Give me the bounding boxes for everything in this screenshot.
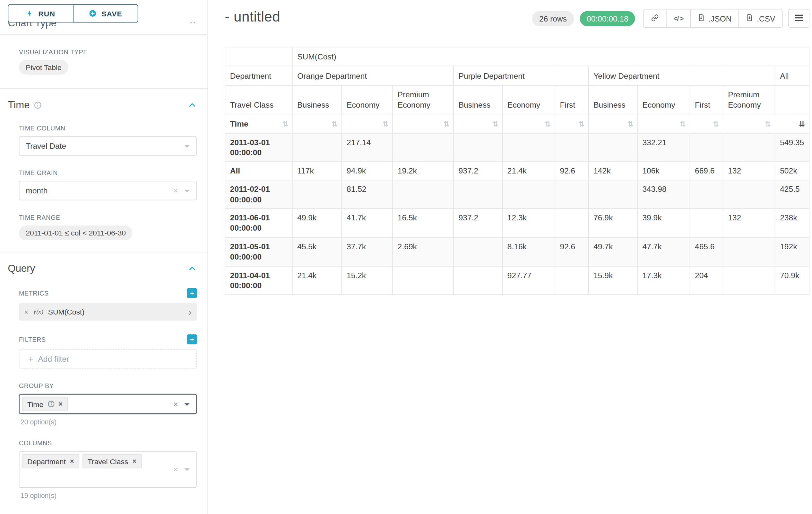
superset-explore: RUN SAVE Chart Type VISUALIZATION TYP — [0, 0, 812, 514]
chip-info-icon — [48, 401, 54, 407]
sort-icon[interactable]: ⇅ — [331, 119, 338, 128]
pivot-sort-cell: ⇅ — [292, 115, 342, 133]
fx-icon: ƒ(x) — [33, 308, 43, 316]
query-section: Query METRICS + × ƒ(x) SUM(Cost) › FILTE… — [0, 263, 207, 499]
caret-down-icon[interactable] — [184, 468, 190, 471]
caret-down-icon — [184, 190, 190, 192]
chip-remove-icon[interactable]: × — [70, 457, 74, 465]
sort-icon[interactable]: ⇅ — [578, 119, 584, 128]
run-button-label: RUN — [38, 9, 55, 18]
chevron-right-icon[interactable]: › — [188, 307, 192, 317]
sort-icon[interactable]: ⇅ — [443, 119, 450, 128]
add-metric-button[interactable]: + — [187, 288, 197, 298]
time-column-value: Travel Date — [26, 141, 66, 150]
query-section-header[interactable]: Query — [8, 263, 196, 274]
viz-type-chip[interactable]: Pivot Table — [19, 60, 68, 75]
add-filter-plus-button[interactable]: + — [187, 334, 197, 344]
metrics-label: METRICS — [19, 290, 49, 297]
columns-select[interactable]: Department×Travel Class× × — [19, 451, 197, 488]
select-value-chip[interactable]: Department× — [22, 454, 79, 468]
pivot-value-cell — [723, 133, 775, 162]
chart-panel: - untitled 26 rows 00:00:00.18 </ > — [208, 0, 812, 514]
pivot-col-header: First — [690, 85, 723, 115]
collapse-chevron-icon[interactable] — [188, 264, 196, 273]
pivot-value-cell — [292, 180, 342, 209]
chip-remove-icon[interactable]: × — [59, 400, 63, 408]
copy-link-button[interactable] — [643, 9, 667, 28]
time-column-select[interactable]: Travel Date — [19, 136, 197, 156]
pivot-value-cell: 92.6 — [555, 237, 589, 266]
clear-icon[interactable]: × — [173, 186, 178, 195]
save-button[interactable]: SAVE — [73, 4, 138, 23]
pivot-value-cell: 94.9k — [342, 162, 393, 180]
remove-metric-icon[interactable]: × — [24, 307, 28, 316]
sort-icon[interactable]: ⇅ — [765, 119, 771, 128]
group-by-select[interactable]: Time× × — [19, 394, 197, 414]
pivot-value-cell: 204 — [690, 266, 723, 295]
sort-icon[interactable]: ⇅ — [383, 119, 389, 128]
pivot-row-header: 2011-05-01 00:00:00 — [225, 237, 292, 266]
pivot-group-header: Yellow Department — [589, 66, 775, 85]
select-value-chip[interactable]: Travel Class× — [83, 454, 142, 468]
time-range-chip[interactable]: 2011-01-01 ≤ col < 2011-06-30 — [19, 225, 133, 240]
pivot-value-cell — [555, 266, 589, 295]
time-column-label: TIME COLUMN — [19, 125, 196, 132]
embed-code-button[interactable]: </ > — [666, 9, 691, 28]
sort-icon[interactable]: ⇅ — [627, 119, 633, 128]
pivot-time-header: Time⇅ — [225, 115, 292, 133]
pivot-row-axis-label: Travel Class — [225, 85, 292, 115]
time-range-value: 2011-01-01 ≤ col < 2011-06-30 — [26, 229, 126, 237]
sort-icon[interactable]: ⇅ — [680, 119, 686, 128]
pivot-data-row: 2011-04-01 00:00:0021.4k15.2k927.7715.9k… — [225, 266, 809, 295]
pivot-sort-cell: ⇅ — [393, 115, 454, 133]
time-grain-select[interactable]: month × — [19, 181, 197, 200]
sort-desc-icon[interactable]: ⇊ — [799, 119, 805, 129]
pivot-value-cell — [454, 266, 502, 295]
collapse-chevron-icon[interactable] — [188, 101, 196, 109]
pivot-col-header: Economy — [342, 85, 393, 115]
pivot-value-cell — [454, 180, 502, 209]
caret-down-icon[interactable] — [184, 403, 190, 405]
add-filter-label: Add filter — [38, 354, 69, 363]
export-csv-button[interactable]: .CSV — [738, 9, 782, 28]
chip-label: Department — [27, 457, 66, 465]
chip-label: Time — [27, 400, 43, 408]
pivot-value-cell: 16.5k — [393, 209, 454, 237]
pivot-value-cell: 92.6 — [555, 162, 589, 180]
pivot-value-cell — [555, 133, 589, 162]
chip-remove-icon[interactable]: × — [132, 457, 136, 465]
add-filter-button[interactable]: + Add filter — [19, 349, 197, 369]
pivot-value-cell: 37.7k — [342, 237, 393, 266]
pivot-value-cell: 21.4k — [502, 162, 555, 180]
run-save-group: RUN SAVE — [8, 4, 138, 23]
pivot-value-cell: 502k — [775, 162, 809, 180]
pivot-sort-cell: ⇅ — [342, 115, 393, 133]
select-value-chip[interactable]: Time× — [22, 397, 68, 411]
pivot-value-cell — [292, 133, 342, 162]
chart-title: - untitled — [225, 7, 280, 26]
export-json-label: .JSON — [708, 14, 731, 23]
filters-label: FILTERS — [19, 336, 46, 343]
pivot-value-cell: 425.5 — [775, 180, 809, 209]
pivot-value-cell: 549.35 — [775, 133, 809, 162]
sort-icon[interactable]: ⇅ — [282, 119, 288, 128]
sort-icon[interactable]: ⇅ — [545, 119, 551, 128]
pivot-value-cell: 132 — [723, 209, 775, 237]
pivot-value-cell: 142k — [589, 162, 637, 180]
download-icon — [746, 14, 753, 23]
clear-icon[interactable]: × — [173, 465, 178, 474]
sort-icon[interactable]: ⇅ — [713, 119, 719, 128]
metric-chip[interactable]: × ƒ(x) SUM(Cost) › — [19, 303, 197, 321]
lightning-icon — [26, 9, 34, 17]
time-grain-label: TIME GRAIN — [19, 169, 196, 177]
pivot-col-header: Business — [589, 85, 637, 115]
time-section-header[interactable]: Time — [8, 99, 196, 111]
pivot-row-header: 2011-03-01 00:00:00 — [225, 133, 292, 162]
run-button[interactable]: RUN — [8, 4, 73, 23]
export-json-button[interactable]: .JSON — [690, 9, 739, 28]
sort-icon[interactable]: ⇅ — [492, 119, 498, 128]
pivot-sort-cell: ⇊ — [775, 115, 809, 133]
pivot-value-cell — [454, 237, 502, 266]
clear-icon[interactable]: × — [173, 400, 178, 408]
menu-button[interactable] — [788, 9, 809, 28]
